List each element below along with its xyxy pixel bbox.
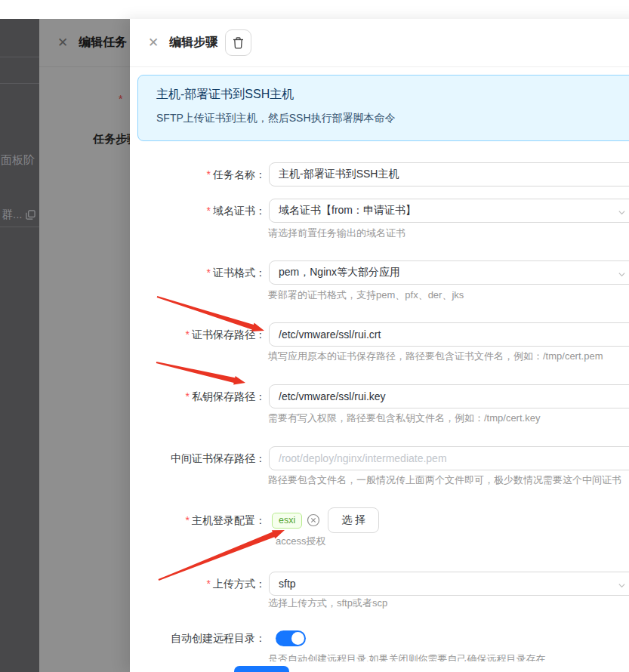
- form-row-host-access: *主机登录配置： esxi 选 择: [130, 507, 629, 535]
- form-row-intermediate-path: 中间证书保存路径：: [130, 446, 629, 473]
- cert-path-input[interactable]: [269, 322, 629, 347]
- chevron-down-icon[interactable]: [618, 270, 626, 279]
- required-mark: *: [207, 267, 211, 279]
- delete-step-button[interactable]: [225, 29, 251, 56]
- intermediate-path-helper: 路径要包含文件名，一般情况传上面两个文件即可，极少数情况需要这个中间证书: [268, 473, 621, 487]
- drawer-edit-step-title: 编辑步骤: [169, 35, 217, 51]
- form-row-key-path: *私钥保存路径：: [130, 384, 629, 412]
- host-access-label: 主机登录配置：: [192, 514, 266, 526]
- background-text-panel: 面板阶: [1, 153, 35, 168]
- form-row-cert-path: *证书保存路径：: [130, 322, 629, 350]
- drawer-edit-task: ✕ 编辑任务 * 任务步骤: [39, 19, 130, 672]
- drawer-edit-step-header: ✕ 编辑步骤: [130, 19, 629, 67]
- divider: [0, 83, 39, 84]
- copy-icon: [26, 210, 35, 220]
- domain-cert-label: 域名证书：: [213, 205, 266, 217]
- domain-cert-helper: 请选择前置任务输出的域名证书: [268, 227, 405, 240]
- host-access-tag[interactable]: esxi: [272, 513, 302, 529]
- upload-method-label: 上传方式：: [213, 578, 266, 590]
- drawer-footer: [130, 661, 629, 672]
- upload-method-helper: 选择上传方式，sftp或者scp: [268, 596, 387, 610]
- key-path-input[interactable]: [269, 384, 629, 408]
- plugin-info-alert: 主机-部署证书到SSH主机 SFTP上传证书到主机，然后SSH执行部署脚本命令: [137, 75, 629, 141]
- cert-path-helper: 填写应用原本的证书保存路径，路径要包含证书文件名，例如：/tmp/cert.pe…: [268, 350, 603, 363]
- required-mark: *: [186, 390, 190, 402]
- drawer-mask[interactable]: [39, 19, 130, 672]
- form-row-domain-cert: *域名证书：: [130, 199, 629, 226]
- cert-format-select[interactable]: [269, 260, 629, 285]
- form-row-upload-method: *上传方式：: [130, 572, 629, 599]
- intermediate-path-input[interactable]: [269, 446, 629, 470]
- task-name-label: 任务名称：: [213, 168, 266, 180]
- background-text-group: 群...: [2, 208, 35, 222]
- required-mark: *: [207, 205, 211, 217]
- submit-button[interactable]: [234, 666, 289, 672]
- choose-host-button[interactable]: 选 择: [328, 507, 379, 533]
- cert-format-helper: 要部署的证书格式，支持pem、pfx、der、jks: [268, 288, 464, 302]
- drawer-edit-step: ✕ 编辑步骤 主机-部署证书到SSH主机 SFTP上传证书到主机，然后SSH执行…: [130, 19, 629, 672]
- top-strip: [0, 0, 629, 19]
- close-icon[interactable]: ✕: [148, 35, 159, 51]
- required-mark: *: [186, 328, 190, 341]
- form-row-task-name: *任务名称：: [130, 162, 629, 190]
- upload-method-select[interactable]: [269, 572, 629, 596]
- divider: [0, 227, 39, 227]
- form-row-auto-mkdir: 自动创建远程目录：: [130, 630, 629, 647]
- required-mark: *: [207, 578, 211, 590]
- host-access-helper: access授权: [276, 535, 325, 548]
- intermediate-path-label: 中间证书保存路径：: [171, 452, 266, 464]
- auto-mkdir-helper: 是否自动创建远程目录,如果关闭则你需要自己确保远程目录存在: [268, 652, 546, 661]
- trash-icon: [233, 37, 244, 49]
- dimmed-page-background: 面板阶 群...: [0, 19, 39, 672]
- chevron-down-icon[interactable]: [618, 208, 626, 217]
- key-path-label: 私钥保存路径：: [192, 390, 266, 402]
- domain-cert-select[interactable]: [269, 199, 629, 223]
- auto-mkdir-label: 自动创建远程目录：: [171, 632, 266, 644]
- form-row-cert-format: *证书格式：: [130, 260, 629, 288]
- cert-path-label: 证书保存路径：: [192, 328, 266, 341]
- task-name-input[interactable]: [269, 162, 629, 186]
- auto-mkdir-toggle[interactable]: [276, 630, 306, 646]
- chevron-down-icon[interactable]: [618, 581, 626, 590]
- cert-format-label: 证书格式：: [213, 267, 266, 279]
- divider: [0, 57, 39, 57]
- required-mark: *: [186, 514, 190, 526]
- required-mark: *: [207, 168, 211, 180]
- plugin-title: 主机-部署证书到SSH主机: [156, 85, 617, 103]
- remove-tag-icon[interactable]: [307, 513, 320, 527]
- key-path-helper: 需要有写入权限，路径要包含私钥文件名，例如：/tmp/cert.key: [268, 412, 540, 425]
- plugin-description: SFTP上传证书到主机，然后SSH执行部署脚本命令: [156, 110, 617, 125]
- drawer-edit-step-body: 主机-部署证书到SSH主机 SFTP上传证书到主机，然后SSH执行部署脚本命令 …: [130, 67, 629, 661]
